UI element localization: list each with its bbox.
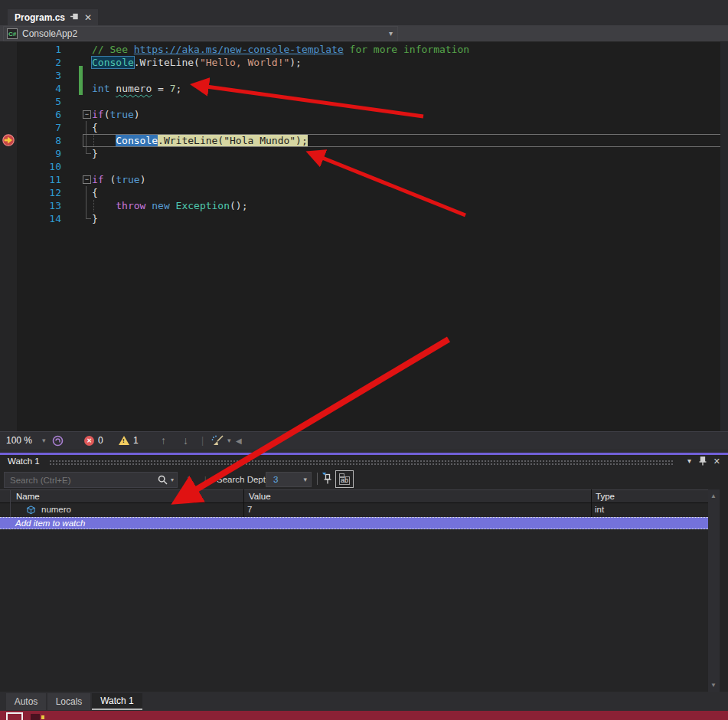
code-token: https://aka.ms/new-console-template — [134, 44, 344, 55]
code-editor[interactable]: 1// See https://aka.ms/new-console-templ… — [0, 42, 728, 431]
code-line-14[interactable]: 14} — [0, 212, 728, 225]
fold-collapse-icon[interactable]: − — [83, 110, 91, 119]
tab-title: Program.cs — [15, 12, 65, 23]
line-number[interactable]: 3 — [0, 69, 61, 82]
line-number[interactable]: 1 — [0, 43, 61, 56]
code-token: 7 — [170, 83, 176, 94]
code-token: = — [152, 83, 169, 94]
search-depth-dropdown[interactable]: 3 ▾ — [266, 472, 312, 487]
show-text-icon[interactable]: ab — [335, 470, 354, 488]
line-number[interactable]: 2 — [0, 56, 61, 69]
code-token: if — [92, 174, 104, 185]
code-line-11[interactable]: 11−if (true) — [0, 173, 728, 186]
partial-glyph — [31, 714, 40, 720]
code-token: for more information — [344, 44, 469, 55]
code-line-9[interactable]: 9} — [0, 147, 728, 160]
line-number[interactable]: 7 — [0, 121, 61, 134]
tab-locals[interactable]: Locals — [47, 693, 90, 710]
code-line-5[interactable]: 5 — [0, 95, 728, 108]
watch-type-cell[interactable]: int — [595, 505, 604, 514]
hscroll-left-icon[interactable]: ◀ — [236, 432, 242, 449]
previous-issue-button[interactable]: ↑ — [161, 432, 166, 449]
scroll-up-icon[interactable]: ▲ — [710, 493, 717, 499]
zoom-chevron-icon[interactable]: ▾ — [42, 432, 46, 449]
watch-search-box[interactable]: ▾ — [4, 472, 178, 488]
search-icon[interactable] — [158, 475, 168, 485]
scroll-down-icon[interactable]: ▼ — [710, 682, 717, 689]
toolbar-separator: | — [201, 432, 204, 449]
code-token: if — [92, 109, 104, 120]
watch-grid-header: Name Value Type — [0, 489, 708, 503]
code-line-7[interactable]: 7{ — [0, 121, 728, 134]
close-icon[interactable]: ✕ — [713, 457, 720, 466]
code-token: // See — [92, 44, 134, 55]
line-number[interactable]: 4 — [0, 82, 61, 95]
tab-program-cs[interactable]: Program.cs ✕ — [8, 9, 98, 25]
search-prev-icon[interactable]: ↑ — [186, 473, 191, 484]
chevron-down-icon: ▾ — [303, 476, 307, 483]
watch-panel: Watch 1 ▾ ✕ ▾ ↑ ↓ Search Depth: 3 ▾ — [0, 455, 728, 692]
line-number[interactable]: 12 — [0, 186, 61, 199]
code-token: { — [92, 122, 98, 133]
code-line-3[interactable]: 3 — [0, 69, 728, 82]
pin-icon[interactable] — [70, 12, 79, 23]
close-icon[interactable]: ✕ — [84, 13, 92, 22]
code-line-1[interactable]: 1// See https://aka.ms/new-console-templ… — [0, 43, 728, 56]
column-header-value[interactable]: Value — [249, 492, 271, 501]
breakpoint-current-statement-icon[interactable] — [2, 134, 15, 146]
drag-handle[interactable] — [49, 460, 674, 465]
code-token: .WriteLine("Hola Mundo"); — [158, 135, 308, 146]
tab-watch-1[interactable]: Watch 1 — [92, 693, 142, 710]
auto-hide-pin-icon[interactable] — [699, 457, 707, 467]
line-number[interactable]: 14 — [0, 212, 61, 225]
tab-autos[interactable]: Autos — [6, 693, 46, 710]
next-issue-button[interactable]: ↓ — [183, 432, 188, 449]
warning-count[interactable]: ! 1 — [119, 432, 139, 449]
zoom-level-dropdown[interactable]: 100 % — [6, 432, 32, 449]
code-line-13[interactable]: 13throw new Exception(); — [0, 199, 728, 212]
code-line-2[interactable]: 2Console.WriteLine("Hello, World!"); — [0, 56, 728, 69]
code-line-4[interactable]: 4int numero = 7; — [0, 82, 728, 95]
pin-to-source-icon[interactable] — [322, 472, 332, 488]
code-line-12[interactable]: 12{ — [0, 186, 728, 199]
line-number[interactable]: 11 — [0, 173, 61, 186]
code-line-6[interactable]: 6−if(true) — [0, 108, 728, 121]
watch-row[interactable]: numero7int — [0, 503, 708, 517]
line-number[interactable]: 6 — [0, 108, 61, 121]
watch-title-bar[interactable]: Watch 1 ▾ ✕ — [0, 455, 728, 470]
code-token: Console — [92, 57, 134, 68]
code-token: (); — [230, 200, 247, 211]
search-input[interactable] — [10, 473, 148, 486]
add-watch-row[interactable]: Add item to watch — [0, 517, 708, 529]
project-dropdown[interactable]: C# ConsoleApp2 ▾ — [3, 26, 398, 41]
line-number[interactable]: 9 — [0, 147, 61, 160]
error-icon: ✕ — [84, 436, 94, 446]
error-count[interactable]: ✕ 0 — [84, 432, 103, 449]
watch-vertical-scrollbar[interactable]: ▲ ▼ — [708, 489, 720, 692]
line-number[interactable]: 13 — [0, 199, 61, 212]
watch-value-cell[interactable]: 7 — [247, 505, 252, 514]
code-cleanup-chevron-icon[interactable]: ▾ — [227, 432, 231, 449]
column-header-type[interactable]: Type — [596, 492, 615, 501]
code-token: { — [92, 187, 98, 198]
window-menu-chevron-icon[interactable]: ▾ — [687, 457, 691, 465]
code-cleanup-icon[interactable] — [211, 432, 224, 449]
code-token: } — [92, 213, 98, 224]
search-chevron-icon[interactable]: ▾ — [171, 476, 174, 483]
code-line-8[interactable]: 8Console.WriteLine("Hola Mundo"); — [0, 134, 728, 147]
watch-name-cell[interactable]: numero — [41, 505, 71, 514]
chevron-down-icon: ▾ — [389, 29, 393, 38]
code-token: "Hello, World!" — [200, 57, 289, 68]
line-number[interactable]: 5 — [0, 95, 61, 108]
code-token: new — [152, 200, 169, 211]
line-number[interactable]: 10 — [0, 160, 61, 173]
code-line-10[interactable]: 10 — [0, 160, 728, 173]
visual-studio-window: Program.cs ✕ C# ConsoleApp2 ▾ 1// See ht… — [0, 0, 728, 720]
code-token: ; — [176, 83, 182, 94]
fold-collapse-icon[interactable]: − — [83, 175, 91, 184]
search-next-icon[interactable]: ↓ — [203, 473, 208, 484]
editor-vertical-scrollbar[interactable] — [720, 42, 728, 431]
editor-indicator-icon[interactable] — [52, 432, 64, 449]
column-header-name[interactable]: Name — [16, 492, 40, 501]
code-token — [170, 200, 176, 211]
